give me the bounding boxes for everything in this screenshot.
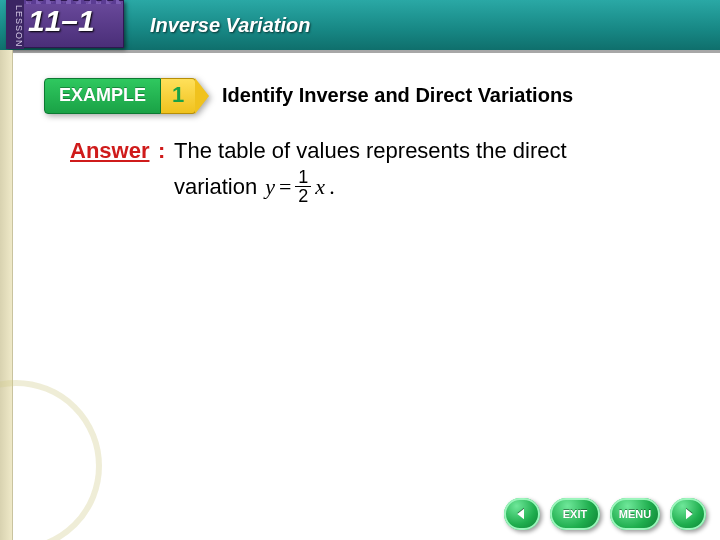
arrow-left-icon (514, 506, 530, 522)
example-badge: EXAMPLE 1 (44, 78, 209, 114)
decorative-arc (0, 380, 102, 540)
equation-fraction: 1 2 (295, 168, 311, 205)
slide: LESSON 11–1 Inverse Variation EXAMPLE 1 … (0, 0, 720, 540)
lesson-ribbon: LESSON 11–1 (6, 0, 136, 60)
answer-equation: y = 1 2 x . (265, 168, 334, 205)
example-label: EXAMPLE (44, 78, 161, 114)
lesson-side-label: LESSON (6, 0, 24, 49)
equation-denominator: 2 (295, 186, 311, 205)
equation-equals: = (279, 174, 291, 200)
equation-rhs: x (315, 174, 325, 200)
example-badge-arrow-icon (195, 78, 209, 114)
answer-text-line1: The table of values represents the direc… (174, 138, 567, 164)
arrow-right-icon (680, 506, 696, 522)
answer-label: Answer (70, 138, 149, 164)
side-strip (0, 50, 13, 540)
exit-button[interactable]: EXIT (550, 498, 600, 530)
equation-numerator: 1 (295, 168, 311, 186)
answer-text-line2: variation y = 1 2 x . (174, 168, 335, 205)
example-number: 1 (161, 78, 196, 114)
prev-button[interactable] (504, 498, 540, 530)
lesson-number: 11–1 (28, 4, 95, 38)
next-button[interactable] (670, 498, 706, 530)
example-title: Identify Inverse and Direct Variations (222, 84, 573, 107)
menu-button[interactable]: MENU (610, 498, 660, 530)
equation-period: . (329, 174, 335, 200)
footer-nav: EXIT MENU (504, 498, 706, 530)
equation-lhs: y (265, 174, 275, 200)
answer-line2-prefix: variation (174, 174, 257, 200)
answer-colon: : (158, 138, 165, 164)
lesson-title: Inverse Variation (150, 14, 310, 37)
